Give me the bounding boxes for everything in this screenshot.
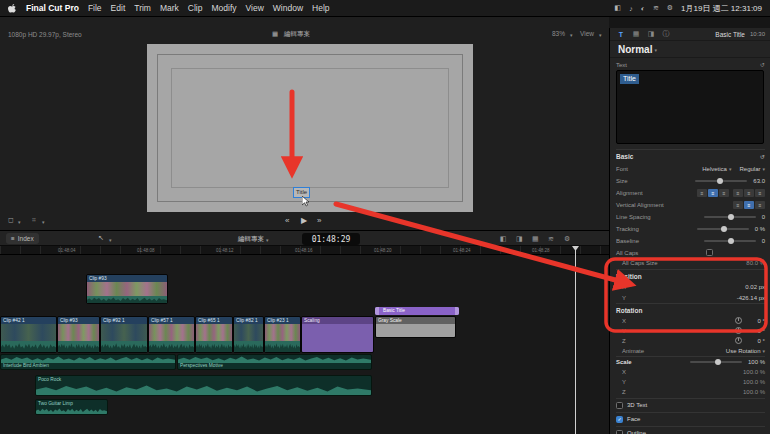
menubar-clock[interactable]: 1月19日 週二 12:31:09 xyxy=(681,3,762,14)
tab-title-inspector[interactable]: ▦ xyxy=(631,30,641,38)
rotation-z-dial[interactable] xyxy=(735,337,742,344)
primary-clip[interactable]: Clip #42 1 xyxy=(0,316,57,353)
align-left-button[interactable]: ≡ xyxy=(697,189,707,197)
tab-info-inspector[interactable]: ⓘ xyxy=(661,29,671,39)
rotation-y-dial[interactable] xyxy=(735,327,742,334)
justify-right-button[interactable]: ≡ xyxy=(755,189,765,197)
clip-thumbnails xyxy=(101,324,147,341)
status-icon-5[interactable]: ⚙ xyxy=(667,4,673,12)
align-center-button[interactable]: ≡ xyxy=(708,189,718,197)
position-y-value[interactable]: -426.14 px xyxy=(737,295,765,301)
primary-clip[interactable]: Clip #92 1 xyxy=(100,316,148,353)
primary-clip[interactable]: Clip #65 1 xyxy=(195,316,233,353)
viewer-zoom-dropdown[interactable]: 83% xyxy=(552,30,565,37)
menu-trim[interactable]: Trim xyxy=(134,3,151,13)
baseline-value[interactable]: 0 xyxy=(762,238,765,244)
menu-mark[interactable]: Mark xyxy=(160,3,179,13)
all-caps-checkbox[interactable] xyxy=(706,249,713,256)
connected-video-clip[interactable]: Clip #93 xyxy=(86,274,168,304)
skip-back-button[interactable]: « xyxy=(285,216,289,225)
status-icon-2[interactable]: ♪ xyxy=(629,5,633,12)
rotation-x-value[interactable]: 0 ° xyxy=(758,318,765,324)
rotation-x-dial[interactable] xyxy=(735,317,742,324)
skip-forward-button[interactable]: » xyxy=(317,216,321,225)
basic-title-clip[interactable]: Basic Title xyxy=(375,307,459,315)
timeline-tool-icon-4[interactable]: ≋ xyxy=(548,235,554,243)
scale-value[interactable]: 100 % xyxy=(748,359,765,365)
menu-app-title[interactable]: Final Cut Pro xyxy=(26,3,79,13)
font-family-dropdown[interactable]: Helvetica xyxy=(702,166,727,172)
menu-view[interactable]: View xyxy=(246,3,264,13)
size-value[interactable]: 63.0 xyxy=(753,178,765,184)
primary-clip[interactable]: Clip #82 1 xyxy=(233,316,264,353)
size-slider[interactable] xyxy=(695,180,747,182)
tracking-value[interactable]: 0 % xyxy=(755,226,765,232)
crop-tool-icon[interactable]: ⌗ xyxy=(32,216,36,224)
viewer-view-dropdown[interactable]: View xyxy=(580,30,594,37)
line-spacing-value[interactable]: 0 xyxy=(762,214,765,220)
timeline-project-dropdown[interactable]: 編輯專案 ▾ xyxy=(238,235,269,244)
timeline-tool-icon-3[interactable]: ▦ xyxy=(532,235,539,243)
menu-modify[interactable]: Modify xyxy=(211,3,236,13)
valign-top-button[interactable]: ≡ xyxy=(733,201,743,209)
all-caps-size-value[interactable]: 80.0 % xyxy=(746,260,765,266)
menu-clip[interactable]: Clip xyxy=(188,3,203,13)
rotation-z-value[interactable]: 0 ° xyxy=(758,338,765,344)
pointer-tool-dropdown[interactable]: ↖ xyxy=(98,234,104,242)
timeline-ruler[interactable]: 01:48:04 01:48:08 01:48:12 01:48:16 01:4… xyxy=(0,246,609,255)
reset-icon[interactable]: ↺ xyxy=(760,153,765,160)
gray-scale-generator-clip[interactable]: Gray Scale xyxy=(375,316,456,338)
scaling-generator-clip[interactable]: Scaling xyxy=(301,316,374,353)
rotation-y-value[interactable]: 0 ° xyxy=(758,328,765,334)
tab-text-inspector[interactable]: T xyxy=(616,31,626,38)
baseline-slider[interactable] xyxy=(704,240,756,242)
menu-file[interactable]: File xyxy=(88,3,102,13)
primary-clip[interactable]: Clip #57 1 xyxy=(148,316,195,353)
clip-name-label: Clip #23 1 xyxy=(265,317,300,324)
reset-icon[interactable]: ↺ xyxy=(760,61,765,68)
status-icon-1[interactable]: ◧ xyxy=(615,4,622,12)
menu-window[interactable]: Window xyxy=(273,3,303,13)
face-checkbox[interactable]: ✓ xyxy=(616,416,623,423)
timeline-tool-icon-2[interactable]: ◨ xyxy=(516,235,523,243)
scale-slider[interactable] xyxy=(690,361,742,363)
transform-tool-icon[interactable]: ◻ xyxy=(8,216,14,224)
outline-checkbox[interactable] xyxy=(616,430,623,434)
all-caps-size-row: All Caps Size 80.0 % xyxy=(616,257,765,268)
scale-y-value[interactable]: 100.0 % xyxy=(743,379,765,385)
animate-dropdown[interactable]: Use Rotation xyxy=(726,348,761,354)
valign-bottom-button[interactable]: ≡ xyxy=(755,201,765,209)
playhead[interactable] xyxy=(575,246,576,434)
status-icon-4[interactable]: ≋ xyxy=(653,4,659,12)
animate-label: Animate xyxy=(616,348,644,354)
three-d-text-checkbox[interactable] xyxy=(616,402,623,409)
audio-clip[interactable]: Interlude Bird Ambien xyxy=(0,354,176,370)
audio-clip[interactable]: Poco Rock xyxy=(35,375,372,396)
scale-z-value[interactable]: 100.0 % xyxy=(743,389,765,395)
primary-clip[interactable]: Clip #93 xyxy=(57,316,100,353)
audio-clip[interactable]: Two Guitar Limp xyxy=(35,399,108,415)
position-x-value[interactable]: 0.02 px xyxy=(745,284,765,290)
play-button[interactable]: ▶ xyxy=(301,216,307,225)
tracking-slider[interactable] xyxy=(697,228,749,230)
index-button[interactable]: ≡ Index xyxy=(6,233,39,244)
status-icon-3[interactable]: ◐ xyxy=(641,5,645,12)
menu-help[interactable]: Help xyxy=(312,3,329,13)
align-right-button[interactable]: ≡ xyxy=(719,189,729,197)
justify-left-button[interactable]: ≡ xyxy=(733,189,743,197)
audio-clip[interactable]: Perspectives Motive xyxy=(177,354,372,370)
justify-center-button[interactable]: ≡ xyxy=(744,189,754,197)
scale-x-value[interactable]: 100.0 % xyxy=(743,369,765,375)
font-style-dropdown[interactable]: Regular xyxy=(739,166,760,172)
line-spacing-row: Line Spacing 0 xyxy=(616,211,765,222)
line-spacing-slider[interactable] xyxy=(704,216,756,218)
menu-edit[interactable]: Edit xyxy=(111,3,126,13)
timeline-tool-icon-1[interactable]: ◧ xyxy=(500,235,507,243)
apple-menu-icon[interactable] xyxy=(8,3,17,14)
valign-middle-button[interactable]: ≡ xyxy=(744,201,754,209)
title-text-input[interactable]: Title xyxy=(616,70,764,144)
primary-clip[interactable]: Clip #23 1 xyxy=(264,316,301,353)
title-preset-dropdown[interactable]: Normal ▾ xyxy=(610,42,770,58)
tab-video-inspector[interactable]: ◨ xyxy=(646,30,656,38)
timeline-settings-icon[interactable]: ⚙ xyxy=(564,235,570,243)
